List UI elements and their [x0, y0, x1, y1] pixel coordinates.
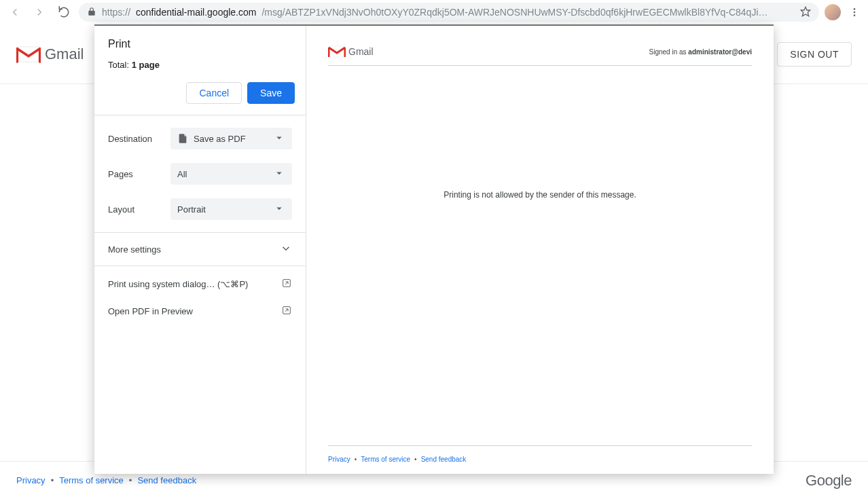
more-settings-toggle[interactable]: More settings — [94, 233, 306, 265]
open-pdf-preview-link[interactable]: Open PDF in Preview — [108, 297, 292, 325]
destination-value: Save as PDF — [194, 134, 246, 144]
destination-label: Destination — [108, 134, 162, 144]
layout-value: Portrait — [177, 204, 206, 215]
save-button[interactable]: Save — [247, 82, 295, 104]
bookmark-star-icon[interactable] — [800, 6, 811, 19]
pdf-file-icon — [177, 133, 188, 144]
system-print-dialog-link[interactable]: Print using system dialog… (⌥⌘P) — [108, 270, 292, 297]
preview-signed-in: Signed in as administrator@devi — [649, 48, 753, 56]
chevron-down-icon — [280, 242, 292, 257]
external-link-icon — [281, 278, 292, 291]
back-button[interactable] — [5, 3, 24, 22]
forward-button[interactable] — [30, 3, 49, 22]
external-link-icon — [281, 305, 292, 318]
pages-select[interactable]: All — [170, 163, 292, 185]
chevron-down-icon — [273, 202, 285, 217]
svg-point-3 — [854, 14, 856, 16]
preview-footer: Privacy • Terms of service • Send feedba… — [328, 445, 752, 463]
profile-avatar[interactable] — [825, 4, 841, 20]
preview-blocked-message: Printing is not allowed by the sender of… — [444, 190, 636, 200]
lock-icon — [87, 7, 96, 18]
print-dialog-overlay: Print Total: 1 page Cancel Save Destinat… — [0, 24, 868, 499]
preview-gmail-word: Gmail — [348, 46, 374, 57]
print-dialog-title: Print — [108, 38, 295, 50]
print-total: Total: 1 page — [108, 60, 295, 70]
url-scheme: https:// — [102, 7, 130, 18]
url-path: /msg/ABTZP1xVNdj3NvOh0tOXyY0ZRqdkj5OM-AW… — [261, 7, 767, 18]
url-host: confidential-mail.google.com — [136, 7, 256, 18]
svg-marker-0 — [801, 7, 810, 16]
svg-rect-7 — [329, 46, 345, 57]
svg-point-1 — [854, 8, 856, 10]
print-dialog: Print Total: 1 page Cancel Save Destinat… — [94, 24, 774, 474]
preview-feedback-link[interactable]: Send feedback — [421, 456, 467, 463]
destination-select[interactable]: Save as PDF — [170, 128, 292, 149]
svg-point-2 — [854, 12, 856, 14]
preview-privacy-link[interactable]: Privacy — [328, 456, 350, 463]
preview-terms-link[interactable]: Terms of service — [361, 456, 410, 463]
pages-value: All — [177, 169, 187, 179]
cancel-button[interactable]: Cancel — [186, 82, 242, 104]
gmail-icon — [328, 45, 346, 58]
address-bar[interactable]: https://confidential-mail.google.com/msg… — [79, 3, 819, 22]
preview-gmail-logo: Gmail — [328, 45, 374, 58]
layout-label: Layout — [108, 204, 162, 215]
pages-label: Pages — [108, 169, 162, 179]
layout-select[interactable]: Portrait — [170, 198, 292, 220]
chevron-down-icon — [273, 132, 285, 146]
reload-button[interactable] — [54, 3, 73, 22]
browser-menu-button[interactable] — [846, 4, 863, 20]
print-settings-panel: Print Total: 1 page Cancel Save Destinat… — [94, 26, 306, 474]
chevron-down-icon — [273, 167, 285, 181]
browser-toolbar: https://confidential-mail.google.com/msg… — [0, 0, 868, 24]
print-preview: Gmail Signed in as administrator@devi Pr… — [306, 26, 774, 474]
